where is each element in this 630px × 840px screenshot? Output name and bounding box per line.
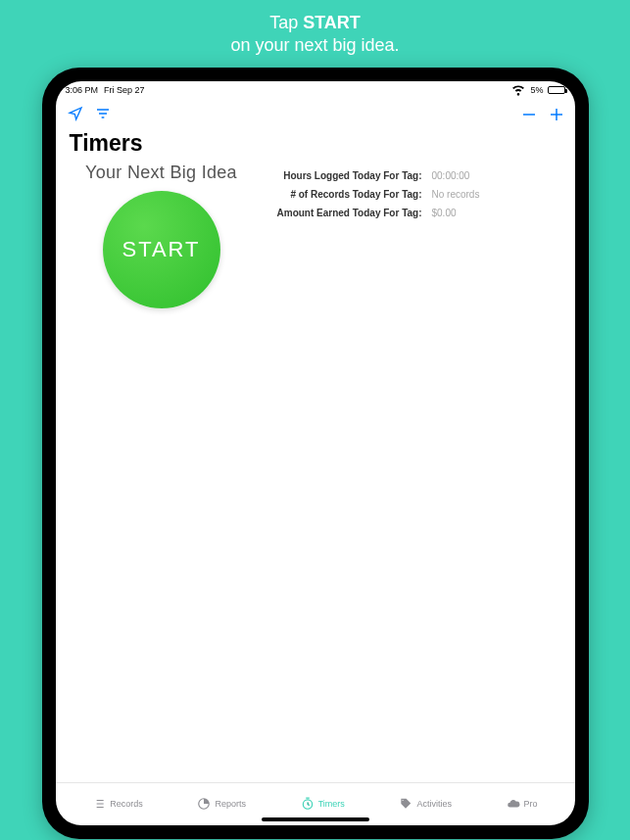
start-button[interactable]: START xyxy=(103,191,220,308)
tab-activities[interactable]: Activities xyxy=(399,797,452,811)
idea-title: Your Next Big Idea xyxy=(64,163,260,183)
tab-records[interactable]: Records xyxy=(92,797,143,811)
tab-reports[interactable]: Reports xyxy=(197,797,246,811)
tab-label: Reports xyxy=(215,799,246,809)
list-icon xyxy=(92,797,106,811)
stat-label: # of Records Today For Tag: xyxy=(266,189,422,200)
battery-icon xyxy=(548,86,565,94)
plus-icon[interactable] xyxy=(548,106,563,121)
promo-text: Tap START on your next big idea. xyxy=(230,12,399,58)
tab-pro[interactable]: Pro xyxy=(507,797,538,811)
wifi-icon xyxy=(510,81,526,99)
tab-label: Pro xyxy=(524,799,538,809)
status-bar: 3:06 PM Fri Sep 27 5% xyxy=(56,81,575,99)
stat-value: $0.00 xyxy=(432,208,457,218)
tab-label: Records xyxy=(110,799,143,809)
tag-icon xyxy=(399,797,412,811)
content: Your Next Big Idea START Hours Logged To… xyxy=(56,163,575,782)
location-icon[interactable] xyxy=(68,106,83,121)
status-date: Fri Sep 27 xyxy=(104,85,145,95)
tab-label: Timers xyxy=(318,799,345,809)
home-indicator[interactable] xyxy=(262,817,369,821)
filter-icon[interactable] xyxy=(95,106,111,121)
tab-timers[interactable]: Timers xyxy=(301,797,345,811)
stat-row: Hours Logged Today For Tag: 00:00:00 xyxy=(266,166,567,185)
stat-row: Amount Earned Today For Tag: $0.00 xyxy=(266,204,567,222)
device-frame: 3:06 PM Fri Sep 27 5% xyxy=(42,68,589,839)
status-time: 3:06 PM xyxy=(66,85,99,95)
screen: 3:06 PM Fri Sep 27 5% xyxy=(56,81,575,825)
stats-panel: Hours Logged Today For Tag: 00:00:00 # o… xyxy=(266,163,567,782)
timer-icon xyxy=(301,797,315,811)
stat-value: No records xyxy=(432,189,480,200)
timer-card: Your Next Big Idea START xyxy=(64,163,260,782)
toolbar xyxy=(56,99,575,128)
stat-label: Amount Earned Today For Tag: xyxy=(266,208,422,218)
stat-value: 00:00:00 xyxy=(432,170,470,181)
battery-pct: 5% xyxy=(530,85,543,95)
minus-icon[interactable] xyxy=(520,106,536,121)
stat-row: # of Records Today For Tag: No records xyxy=(266,185,567,204)
cloud-icon xyxy=(507,797,520,811)
stat-label: Hours Logged Today For Tag: xyxy=(266,170,422,181)
tab-label: Activities xyxy=(416,799,452,809)
pie-icon xyxy=(197,797,211,811)
page-title: Timers xyxy=(56,128,575,163)
